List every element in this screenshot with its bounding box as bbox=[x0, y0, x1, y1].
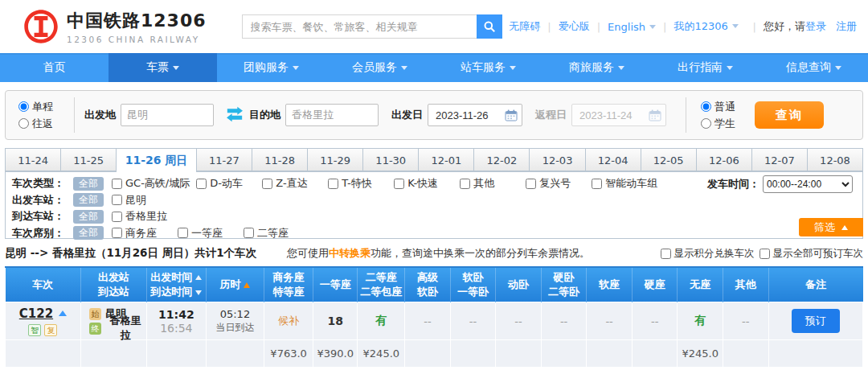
top-link-0[interactable]: 无障碍 bbox=[509, 19, 540, 34]
nav-item-5[interactable]: 商旅服务 bbox=[542, 53, 651, 82]
filter-option-label: Z-直达 bbox=[276, 176, 307, 191]
filter-option-0-1[interactable]: D-动车 bbox=[196, 176, 256, 191]
filter-option-0-4[interactable]: K-快速 bbox=[394, 176, 453, 191]
nav-item-3[interactable]: 会员服务 bbox=[326, 53, 434, 82]
student-radio[interactable] bbox=[701, 118, 711, 129]
date-tab-13[interactable]: 12-07 bbox=[751, 148, 808, 171]
show-all-checkbox[interactable] bbox=[760, 249, 770, 259]
transfer-link[interactable]: 中转换乘 bbox=[329, 247, 371, 259]
header-col-2[interactable]: 出发时间到达时间 bbox=[147, 268, 207, 302]
seat-cell-5: -- bbox=[496, 302, 542, 340]
price-cell-13: ¥245.0 bbox=[678, 340, 723, 368]
nav-item-6[interactable]: 出行指南 bbox=[651, 53, 760, 82]
date-tab-7[interactable]: 12-01 bbox=[418, 148, 474, 171]
depart-time-select[interactable]: 00:00--24:00 bbox=[763, 175, 853, 193]
filter-option-0-0[interactable]: GC-高铁/城际 bbox=[112, 176, 190, 191]
filter-option-0-6[interactable]: 复兴号 bbox=[526, 176, 585, 191]
filter-checkbox[interactable] bbox=[244, 228, 254, 238]
filter-checkbox[interactable] bbox=[112, 212, 122, 222]
sort-desc-icon[interactable] bbox=[195, 290, 202, 295]
filter-option-0-3[interactable]: T-特快 bbox=[328, 176, 387, 191]
filter-option-0-7[interactable]: 智能动车组 bbox=[592, 176, 657, 191]
depart-date-input[interactable] bbox=[434, 109, 502, 122]
oneway-radio[interactable] bbox=[18, 101, 29, 112]
filter-checkbox[interactable] bbox=[328, 179, 338, 189]
filter-checkbox[interactable] bbox=[112, 179, 122, 189]
date-tab-11[interactable]: 12-05 bbox=[641, 148, 697, 171]
header-col-3[interactable]: 历时 bbox=[206, 268, 264, 302]
all-badge[interactable]: 全部 bbox=[73, 177, 104, 191]
filter-checkbox[interactable] bbox=[112, 195, 122, 205]
normal-radio[interactable] bbox=[701, 101, 711, 112]
top-link-2[interactable]: English bbox=[608, 21, 656, 33]
book-button[interactable]: 预订 bbox=[792, 309, 840, 333]
nav-item-2[interactable]: 团购服务 bbox=[217, 53, 326, 82]
date-tab-3[interactable]: 11-27 bbox=[196, 148, 252, 171]
date-tab-8[interactable]: 12-02 bbox=[473, 148, 530, 171]
seat-cell-10: -- bbox=[723, 302, 768, 340]
date-tab-9[interactable]: 12-03 bbox=[529, 148, 585, 171]
filter-checkbox[interactable] bbox=[196, 179, 207, 189]
to-input[interactable] bbox=[285, 104, 379, 126]
date-tab-5[interactable]: 11-29 bbox=[307, 148, 363, 171]
show-points-option[interactable]: 显示积分兑换车次 bbox=[661, 247, 755, 261]
all-badge[interactable]: 全部 bbox=[73, 226, 104, 240]
date-tab-0[interactable]: 11-24 bbox=[5, 148, 61, 171]
expand-arrow-icon[interactable] bbox=[59, 310, 67, 316]
filter-option-2-0[interactable]: 香格里拉 bbox=[112, 209, 171, 224]
nav-item-1[interactable]: 车票 bbox=[108, 53, 217, 82]
sort-asc-icon[interactable] bbox=[195, 275, 202, 280]
filter-checkbox[interactable] bbox=[526, 179, 536, 189]
calendar-icon[interactable] bbox=[505, 109, 518, 121]
filter-checkbox[interactable] bbox=[460, 179, 470, 189]
date-tab-2[interactable]: 11-26 周日 bbox=[116, 148, 197, 172]
train-code-link[interactable]: C122 bbox=[19, 306, 53, 321]
filter-checkbox[interactable] bbox=[112, 228, 122, 238]
show-points-checkbox[interactable] bbox=[661, 249, 671, 259]
top-link-1[interactable]: 爱心版 bbox=[559, 19, 590, 34]
sort-asc-icon[interactable] bbox=[244, 282, 250, 288]
logo[interactable]: 中国铁路12306 12306 CHINA RAILWAY bbox=[23, 8, 207, 45]
filter-button[interactable]: 筛选 bbox=[799, 218, 863, 236]
query-button[interactable]: 查询 bbox=[755, 101, 824, 129]
swap-stations-button[interactable] bbox=[223, 105, 246, 126]
filter-option-3-1[interactable]: 一等座 bbox=[178, 226, 237, 240]
date-tab-6[interactable]: 11-30 bbox=[362, 148, 419, 171]
book-cell: 预订 bbox=[768, 302, 862, 340]
seat-cell-0[interactable]: 候补 bbox=[264, 302, 313, 340]
oneway-option[interactable]: 单程 bbox=[18, 100, 53, 114]
all-badge[interactable]: 全部 bbox=[73, 193, 104, 207]
nav-item-4[interactable]: 站车服务 bbox=[434, 53, 542, 82]
student-option[interactable]: 学生 bbox=[701, 117, 735, 131]
date-tab-14[interactable]: 12-08 bbox=[807, 148, 863, 171]
date-tab-1[interactable]: 11-25 bbox=[60, 148, 117, 171]
nav-item-0[interactable]: 首页 bbox=[0, 53, 108, 82]
filter-option-0-2[interactable]: Z-直达 bbox=[262, 176, 321, 191]
date-tab-12[interactable]: 12-06 bbox=[696, 148, 752, 171]
filter-option-0-5[interactable]: 其他 bbox=[460, 176, 519, 191]
filter-checkbox[interactable] bbox=[262, 179, 272, 189]
roundtrip-option[interactable]: 往返 bbox=[18, 117, 53, 131]
nav-item-7[interactable]: 信息查询 bbox=[760, 53, 868, 82]
filter-checkbox[interactable] bbox=[394, 179, 404, 189]
normal-option[interactable]: 普通 bbox=[701, 100, 735, 114]
roundtrip-radio[interactable] bbox=[18, 118, 29, 129]
filter-checkbox[interactable] bbox=[178, 228, 188, 238]
show-all-option[interactable]: 显示全部可预订车次 bbox=[760, 247, 864, 261]
header-label: 出发站 bbox=[81, 270, 146, 285]
calendar-icon bbox=[649, 109, 661, 121]
duration: 05:12 bbox=[207, 308, 264, 320]
top-link-3[interactable]: 我的12306 bbox=[674, 19, 738, 34]
from-input[interactable] bbox=[121, 104, 214, 126]
filter-checkbox[interactable] bbox=[592, 179, 602, 189]
filter-option-1-0[interactable]: 昆明 bbox=[112, 193, 171, 208]
search-input[interactable] bbox=[242, 14, 477, 39]
all-badge[interactable]: 全部 bbox=[73, 210, 104, 224]
date-tab-4[interactable]: 11-28 bbox=[252, 148, 308, 171]
date-tab-10[interactable]: 12-04 bbox=[585, 148, 641, 171]
login-link[interactable]: 登录 bbox=[805, 19, 826, 34]
register-link[interactable]: 注册 bbox=[836, 19, 857, 34]
filter-option-3-0[interactable]: 商务座 bbox=[112, 226, 171, 240]
search-button[interactable] bbox=[477, 14, 502, 39]
filter-option-3-2[interactable]: 二等座 bbox=[244, 226, 303, 240]
